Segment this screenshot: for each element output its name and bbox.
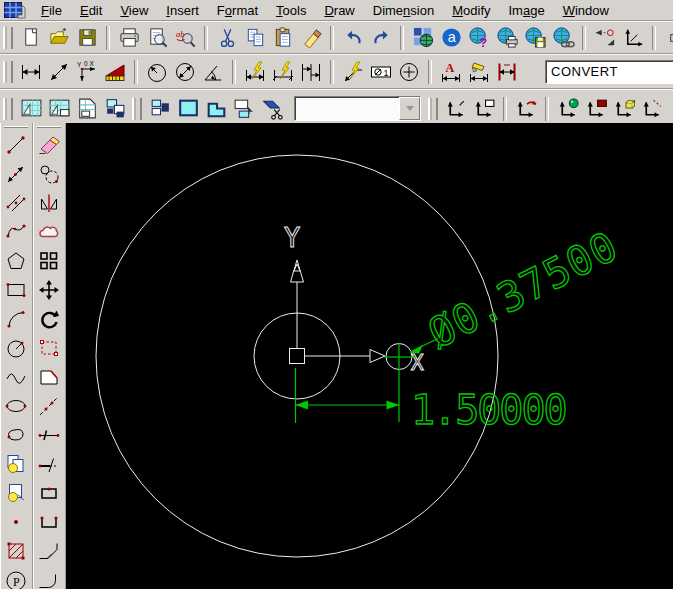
dim-aligned-button[interactable] [45, 58, 73, 85]
viewport-windows-button[interactable] [101, 95, 129, 122]
dim-leader-button[interactable] [339, 58, 367, 85]
scale-tool-button[interactable] [34, 159, 64, 188]
closed-spline-tool-button[interactable] [1, 420, 31, 449]
dim-angle-button[interactable] [199, 58, 227, 85]
insert-symbol-tool-button[interactable]: P [1, 565, 31, 589]
linear-dimension-text[interactable]: 1.50000 [411, 387, 566, 433]
rectangle-tool-button[interactable] [1, 275, 31, 304]
web-save-button[interactable] [521, 24, 549, 51]
circle-tool-button[interactable] [1, 333, 31, 362]
trim-tool-button[interactable] [34, 420, 64, 449]
ucs-plain-button[interactable] [442, 95, 470, 122]
outer-circle[interactable] [96, 155, 498, 557]
dim-baseline-button[interactable] [297, 58, 325, 85]
point-marker-button[interactable] [591, 24, 619, 51]
menu-insert[interactable]: Insert [157, 2, 208, 19]
dim-tolerance-button[interactable]: 1 [367, 58, 395, 85]
toolbar-grip[interactable] [3, 98, 13, 120]
undo-button[interactable] [339, 24, 367, 51]
menu-view[interactable]: View [111, 2, 157, 19]
corner-tool-button[interactable] [34, 565, 64, 589]
menu-modify[interactable]: Modify [443, 2, 499, 19]
menu-tools[interactable]: Tools [267, 2, 315, 19]
drawing-canvas[interactable]: Y X 1.50000 Ø0.37500 [66, 123, 673, 589]
menu-edit[interactable]: Edit [71, 2, 111, 19]
double-line-tool-button[interactable] [1, 188, 31, 217]
ucs-rect-button[interactable] [470, 95, 498, 122]
toolbar-grip[interactable] [132, 98, 142, 120]
diameter-dimension-text[interactable]: Ø0.37500 [421, 222, 626, 358]
dim-quick-button[interactable] [241, 58, 269, 85]
menu-dimension[interactable]: Dimension [364, 2, 443, 19]
extend-tool-button[interactable] [34, 449, 64, 478]
printer-clipped-button[interactable] [661, 24, 673, 51]
copy-entities-tool-button[interactable] [1, 449, 31, 478]
ucs-sphere-button[interactable] [554, 95, 582, 122]
viewport-new-button[interactable] [230, 95, 258, 122]
find-button[interactable]: ab [171, 24, 199, 51]
line-tool-button[interactable] [1, 130, 31, 159]
curve-tool-button[interactable] [1, 217, 31, 246]
combo-dropdown-button[interactable] [399, 97, 420, 120]
viewport-grid-2-button[interactable] [45, 95, 73, 122]
polygon-tool-button[interactable] [1, 246, 31, 275]
dim-radius-button[interactable] [143, 58, 171, 85]
ucs-clipped-button[interactable] [638, 95, 666, 122]
dim-taper-button[interactable] [101, 58, 129, 85]
format-painter-button[interactable] [297, 24, 325, 51]
hatch-tool-button[interactable] [1, 536, 31, 565]
dim-text-button[interactable]: A [437, 58, 465, 85]
viewport-polygon-button[interactable] [202, 95, 230, 122]
menu-image[interactable]: Image [500, 2, 554, 19]
rotate-tool-button[interactable] [34, 304, 64, 333]
construction-line-tool-button[interactable] [34, 391, 64, 420]
window-layout-button[interactable] [146, 95, 174, 122]
dim-center-mark-button[interactable] [395, 58, 423, 85]
print-preview-button[interactable] [143, 24, 171, 51]
box-2point-tool-button[interactable] [34, 478, 64, 507]
mirror-tool-button[interactable] [34, 188, 64, 217]
print-button[interactable] [115, 24, 143, 51]
save-file-button[interactable] [73, 24, 101, 51]
duplicate-tool-button[interactable] [1, 478, 31, 507]
select-tool-button[interactable] [34, 333, 64, 362]
dim-datum-button[interactable] [269, 58, 297, 85]
web-print-button[interactable] [493, 24, 521, 51]
menu-window[interactable]: Window [554, 2, 618, 19]
ucs-cube-button[interactable] [610, 95, 638, 122]
move-tool-button[interactable] [34, 275, 64, 304]
convert-input[interactable] [545, 60, 673, 84]
viewport-rect-button[interactable] [174, 95, 202, 122]
dim-ordinate-button[interactable]: Y0 X [73, 58, 101, 85]
menu-format[interactable]: Format [208, 2, 267, 19]
web-help-button[interactable]: ? [465, 24, 493, 51]
dim-diameter-button[interactable] [171, 58, 199, 85]
spline-tool-button[interactable] [1, 362, 31, 391]
menu-file[interactable]: File [32, 2, 71, 19]
open-file-button[interactable] [45, 24, 73, 51]
viewport-grid-1-button[interactable] [17, 95, 45, 122]
annotate-a-button[interactable]: a [437, 24, 465, 51]
erase-tool-button[interactable] [34, 130, 64, 159]
dim-style-button[interactable] [493, 58, 521, 85]
toolbar-grip[interactable] [3, 61, 13, 83]
point-tool-button[interactable] [1, 507, 31, 536]
toolbar-grip[interactable] [428, 98, 438, 120]
cloud-tool-button[interactable] [34, 217, 64, 246]
new-file-button[interactable] [17, 24, 45, 51]
dim-horizontal-button[interactable] [17, 58, 45, 85]
paste-button[interactable] [269, 24, 297, 51]
palette-grip[interactable] [37, 126, 61, 128]
cut-button[interactable] [213, 24, 241, 51]
fillet-tool-button[interactable] [34, 536, 64, 565]
web-link-button[interactable] [549, 24, 577, 51]
chamfer-tool-button[interactable] [34, 362, 64, 391]
viewport-clip-button[interactable] [258, 95, 286, 122]
dim-edit-button[interactable] [465, 58, 493, 85]
publish-web-button[interactable] [409, 24, 437, 51]
ucs-solid-button[interactable] [582, 95, 610, 122]
view-combo[interactable] [294, 96, 421, 121]
ucs-previous-button[interactable] [512, 95, 540, 122]
array-tool-button[interactable] [34, 246, 64, 275]
menu-draw[interactable]: Draw [315, 2, 363, 19]
